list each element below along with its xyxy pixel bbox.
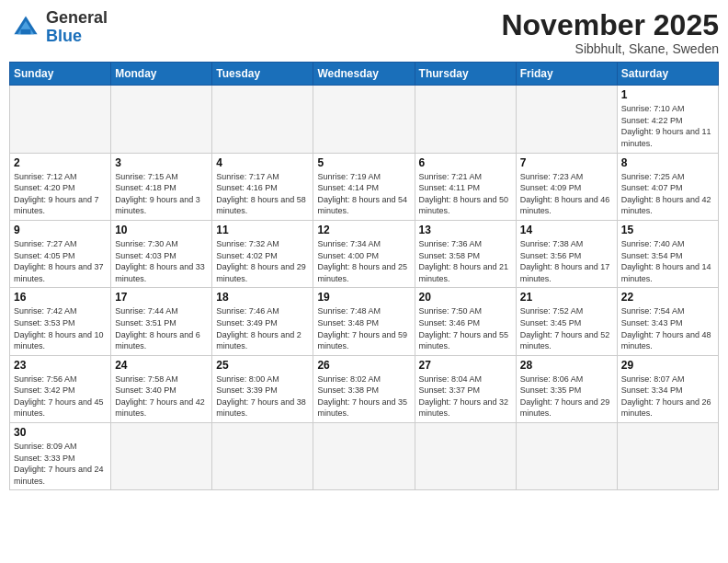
col-monday: Monday	[111, 63, 212, 86]
calendar-day-cell: 6Sunrise: 7:21 AM Sunset: 4:11 PM Daylig…	[415, 153, 516, 220]
calendar-day-cell: 4Sunrise: 7:17 AM Sunset: 4:16 PM Daylig…	[212, 153, 313, 220]
day-info: Sunrise: 7:56 AM Sunset: 3:42 PM Dayligh…	[14, 373, 107, 419]
day-info: Sunrise: 7:27 AM Sunset: 4:05 PM Dayligh…	[14, 238, 107, 284]
day-number: 18	[216, 291, 309, 304]
calendar-day-cell	[313, 423, 415, 490]
day-number: 3	[115, 156, 208, 169]
calendar-day-cell: 14Sunrise: 7:38 AM Sunset: 3:56 PM Dayli…	[516, 220, 617, 287]
calendar-day-cell: 11Sunrise: 7:32 AM Sunset: 4:02 PM Dayli…	[212, 220, 313, 287]
calendar-day-cell: 13Sunrise: 7:36 AM Sunset: 3:58 PM Dayli…	[415, 220, 516, 287]
calendar-day-cell: 18Sunrise: 7:46 AM Sunset: 3:49 PM Dayli…	[212, 288, 313, 355]
day-number: 30	[14, 426, 107, 439]
day-number: 1	[621, 88, 714, 101]
day-info: Sunrise: 7:54 AM Sunset: 3:43 PM Dayligh…	[621, 305, 714, 351]
calendar-day-cell: 19Sunrise: 7:48 AM Sunset: 3:48 PM Dayli…	[313, 288, 415, 355]
logo-text: General Blue	[46, 9, 108, 46]
col-sunday: Sunday	[10, 63, 111, 86]
day-info: Sunrise: 7:19 AM Sunset: 4:14 PM Dayligh…	[317, 171, 410, 217]
calendar-day-cell	[516, 86, 617, 153]
day-info: Sunrise: 8:00 AM Sunset: 3:39 PM Dayligh…	[216, 373, 309, 419]
day-number: 14	[520, 224, 613, 236]
calendar-week-row: 23Sunrise: 7:56 AM Sunset: 3:42 PM Dayli…	[10, 355, 719, 422]
day-info: Sunrise: 7:52 AM Sunset: 3:45 PM Dayligh…	[520, 305, 613, 351]
day-number: 28	[520, 359, 613, 372]
day-number: 17	[115, 291, 208, 304]
calendar-day-cell: 29Sunrise: 8:07 AM Sunset: 3:34 PM Dayli…	[617, 355, 718, 422]
col-thursday: Thursday	[415, 63, 516, 86]
day-info: Sunrise: 7:40 AM Sunset: 3:54 PM Dayligh…	[621, 238, 714, 284]
calendar-day-cell: 24Sunrise: 7:58 AM Sunset: 3:40 PM Dayli…	[111, 355, 212, 422]
day-info: Sunrise: 7:44 AM Sunset: 3:51 PM Dayligh…	[115, 305, 208, 351]
calendar-day-cell: 20Sunrise: 7:50 AM Sunset: 3:46 PM Dayli…	[415, 288, 516, 355]
day-number: 26	[317, 359, 410, 372]
calendar-day-cell: 23Sunrise: 7:56 AM Sunset: 3:42 PM Dayli…	[10, 355, 111, 422]
day-number: 5	[317, 156, 410, 169]
calendar-week-row: 30Sunrise: 8:09 AM Sunset: 3:33 PM Dayli…	[10, 423, 719, 490]
day-info: Sunrise: 7:34 AM Sunset: 4:00 PM Dayligh…	[317, 238, 410, 284]
day-info: Sunrise: 7:30 AM Sunset: 4:03 PM Dayligh…	[115, 238, 208, 284]
day-number: 29	[621, 359, 714, 372]
day-info: Sunrise: 7:12 AM Sunset: 4:20 PM Dayligh…	[14, 171, 107, 217]
title-block: November 2025 Sibbhult, Skane, Sweden	[501, 9, 719, 56]
calendar-day-cell: 3Sunrise: 7:15 AM Sunset: 4:18 PM Daylig…	[111, 153, 212, 220]
header: General Blue November 2025 Sibbhult, Ska…	[9, 9, 719, 56]
day-info: Sunrise: 7:17 AM Sunset: 4:16 PM Dayligh…	[216, 171, 309, 217]
calendar-week-row: 16Sunrise: 7:42 AM Sunset: 3:53 PM Dayli…	[10, 288, 719, 355]
logo: General Blue	[9, 9, 108, 46]
day-info: Sunrise: 7:48 AM Sunset: 3:48 PM Dayligh…	[317, 305, 410, 351]
calendar-day-cell: 5Sunrise: 7:19 AM Sunset: 4:14 PM Daylig…	[313, 153, 415, 220]
calendar-day-cell: 28Sunrise: 8:06 AM Sunset: 3:35 PM Dayli…	[516, 355, 617, 422]
calendar-day-cell	[10, 86, 111, 153]
day-info: Sunrise: 7:36 AM Sunset: 3:58 PM Dayligh…	[419, 238, 512, 284]
day-info: Sunrise: 8:06 AM Sunset: 3:35 PM Dayligh…	[520, 373, 613, 419]
day-number: 11	[216, 224, 309, 236]
col-saturday: Saturday	[617, 63, 718, 86]
page: General Blue November 2025 Sibbhult, Ska…	[0, 0, 728, 500]
logo-blue: Blue	[46, 27, 82, 45]
logo-general: General	[46, 8, 108, 27]
day-number: 9	[14, 224, 107, 236]
calendar-day-cell	[415, 86, 516, 153]
calendar-week-row: 2Sunrise: 7:12 AM Sunset: 4:20 PM Daylig…	[10, 153, 719, 220]
col-friday: Friday	[516, 63, 617, 86]
svg-rect-2	[21, 29, 31, 34]
calendar-day-cell	[313, 86, 415, 153]
day-info: Sunrise: 7:38 AM Sunset: 3:56 PM Dayligh…	[520, 238, 613, 284]
calendar-day-cell: 15Sunrise: 7:40 AM Sunset: 3:54 PM Dayli…	[617, 220, 718, 287]
calendar-table: Sunday Monday Tuesday Wednesday Thursday…	[9, 62, 719, 490]
day-info: Sunrise: 7:32 AM Sunset: 4:02 PM Dayligh…	[216, 238, 309, 284]
calendar-day-cell: 10Sunrise: 7:30 AM Sunset: 4:03 PM Dayli…	[111, 220, 212, 287]
calendar-day-cell	[617, 423, 718, 490]
day-number: 16	[14, 291, 107, 304]
day-info: Sunrise: 7:21 AM Sunset: 4:11 PM Dayligh…	[419, 171, 512, 217]
calendar-day-cell	[516, 423, 617, 490]
day-info: Sunrise: 7:42 AM Sunset: 3:53 PM Dayligh…	[14, 305, 107, 351]
day-number: 27	[419, 359, 512, 372]
calendar-day-cell	[111, 423, 212, 490]
day-number: 4	[216, 156, 309, 169]
calendar-day-cell	[212, 86, 313, 153]
day-number: 23	[14, 359, 107, 372]
day-number: 24	[115, 359, 208, 372]
calendar-day-cell: 27Sunrise: 8:04 AM Sunset: 3:37 PM Dayli…	[415, 355, 516, 422]
day-info: Sunrise: 8:04 AM Sunset: 3:37 PM Dayligh…	[419, 373, 512, 419]
calendar-day-cell: 30Sunrise: 8:09 AM Sunset: 3:33 PM Dayli…	[10, 423, 111, 490]
calendar-day-cell	[212, 423, 313, 490]
day-info: Sunrise: 7:25 AM Sunset: 4:07 PM Dayligh…	[621, 171, 714, 217]
day-number: 22	[621, 291, 714, 304]
generalblue-logo-icon	[9, 11, 42, 44]
calendar-day-cell: 12Sunrise: 7:34 AM Sunset: 4:00 PM Dayli…	[313, 220, 415, 287]
calendar-day-cell: 8Sunrise: 7:25 AM Sunset: 4:07 PM Daylig…	[617, 153, 718, 220]
day-number: 2	[14, 156, 107, 169]
day-info: Sunrise: 8:09 AM Sunset: 3:33 PM Dayligh…	[14, 441, 107, 487]
calendar-day-cell: 17Sunrise: 7:44 AM Sunset: 3:51 PM Dayli…	[111, 288, 212, 355]
day-number: 13	[419, 224, 512, 236]
location-subtitle: Sibbhult, Skane, Sweden	[501, 41, 719, 56]
calendar-day-cell: 7Sunrise: 7:23 AM Sunset: 4:09 PM Daylig…	[516, 153, 617, 220]
col-wednesday: Wednesday	[313, 63, 415, 86]
col-tuesday: Tuesday	[212, 63, 313, 86]
day-info: Sunrise: 8:07 AM Sunset: 3:34 PM Dayligh…	[621, 373, 714, 419]
day-number: 25	[216, 359, 309, 372]
calendar-header-row: Sunday Monday Tuesday Wednesday Thursday…	[10, 63, 719, 86]
calendar-day-cell: 2Sunrise: 7:12 AM Sunset: 4:20 PM Daylig…	[10, 153, 111, 220]
